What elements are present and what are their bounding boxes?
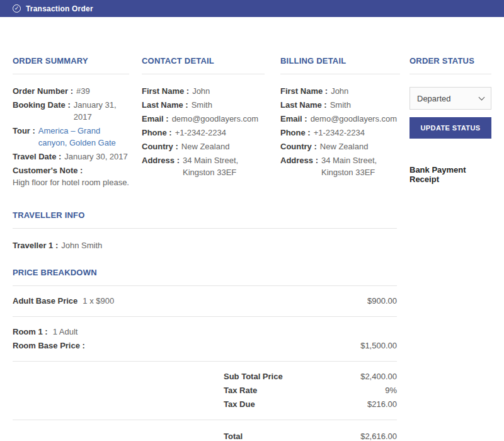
tour-field: Tour : America – Grand canyon, Golden Ga… [13,125,129,149]
adult-base-price-group: Adult Base Price 1 x $900 $900.00 [13,286,397,317]
field-value: New Zealand [181,140,230,152]
contact-phone-field: Phone : +1-2342-2234 [142,127,265,139]
field-label: Traveller 1 : [13,239,58,251]
field-label: Email : [280,113,307,125]
field-value: #39 [76,85,90,97]
order-status-select[interactable]: Departed [410,87,491,110]
field-value: demo@goodlayers.com [311,113,397,125]
field-label: Country : [280,140,317,152]
tax-rate-row: Tax Rate 9% [13,384,397,398]
contact-last-name-field: Last Name : Smith [142,99,265,111]
field-label: Email : [142,113,169,125]
price-label: Adult Base Price [13,294,77,308]
contact-address-field: Address : 34 Main Street, Kingston 33EF [142,154,265,178]
billing-last-name-field: Last Name : Smith [280,99,400,111]
order-summary-heading: ORDER SUMMARY [13,56,129,74]
field-label: Address : [142,154,180,166]
price-breakdown-section: PRICE BREAKDOWN Adult Base Price 1 x $90… [13,268,397,441]
order-status-heading: ORDER STATUS [410,56,491,74]
billing-country-field: Country : New Zealand [280,140,400,152]
tax-due-row: Tax Due $216.00 [13,398,397,411]
price-amount: 9% [385,384,397,398]
price-amount: $900.00 [367,294,397,308]
customer-note-field: Customer's Note : High floor for hotel r… [13,164,129,188]
total-group: Total $2,616.00 [13,420,397,441]
traveller-info-heading: TRAVELLER INFO [13,210,397,229]
adult-base-price-row: Adult Base Price 1 x $900 $900.00 [13,294,397,308]
contact-detail-heading: CONTACT DETAIL [142,56,265,74]
field-label: Phone : [142,127,172,139]
contact-detail-section: CONTACT DETAIL First Name : John Last Na… [142,56,265,190]
field-label: Tour : [13,125,35,137]
contact-first-name-field: First Name : John [142,85,265,97]
field-value: January 31, 2017 [74,99,129,123]
traveller-1-field: Traveller 1 : John Smith [13,239,397,251]
field-label: Customer's Note : [13,166,83,175]
travel-date-field: Travel Date : January 30, 2017 [13,151,129,163]
price-label: Sub Total Price [224,370,283,384]
price-label: Room 1 : [13,325,48,339]
field-value: January 30, 2017 [64,151,127,163]
update-status-button[interactable]: UPDATE STATUS [410,117,491,139]
contact-country-field: Country : New Zealand [142,140,265,152]
field-label: First Name : [280,85,328,97]
traveller-info-section: TRAVELLER INFO Traveller 1 : John Smith [13,210,397,251]
field-value: John [331,85,348,97]
field-value: John Smith [61,239,102,251]
field-label: Last Name : [142,99,188,111]
total-row: Total $2,616.00 [13,430,397,441]
price-breakdown-heading: PRICE BREAKDOWN [13,268,397,286]
field-value: 34 Main Street, Kingston 33EF [183,154,265,178]
bank-payment-receipt-label: Bank Payment Receipt [410,165,491,184]
billing-phone-field: Phone : +1-2342-2234 [280,127,400,139]
field-label: Booking Date : [13,99,71,111]
billing-detail-heading: BILLING DETAIL [280,56,400,74]
price-amount: $1,500.00 [360,339,397,353]
room-row: Room 1 : 1 Adult [13,325,397,339]
field-label: Address : [280,154,318,166]
order-summary-section: ORDER SUMMARY Order Number : #39 Booking… [13,56,129,190]
field-label: Travel Date : [13,151,61,163]
chevron-down-icon [479,94,485,100]
order-status-selected-value: Departed [417,94,450,103]
field-value: Smith [192,99,212,111]
subtotal-group: Sub Total Price $2,400.00 Tax Rate 9% Ta… [13,362,397,420]
price-amount: $2,616.00 [360,430,397,441]
field-label: Phone : [280,127,311,139]
price-label: Tax Rate [224,384,257,398]
price-amount: $2,400.00 [360,370,397,384]
field-value: John [192,85,210,97]
field-value: demo@goodlayers.com [172,113,258,125]
price-detail: 1 Adult [53,325,78,339]
field-label: First Name : [142,85,189,97]
booking-date-field: Booking Date : January 31, 2017 [13,99,129,123]
billing-address-field: Address : 34 Main Street, Kingston 33EF [280,154,400,178]
price-label: Room Base Price : [13,339,85,353]
field-value: +1-2342-2234 [314,127,365,139]
page-content: ORDER SUMMARY Order Number : #39 Booking… [0,17,504,441]
field-value: New Zealand [320,140,369,152]
field-value: Smith [330,99,351,111]
field-value: 34 Main Street, Kingston 33EF [321,154,400,178]
billing-first-name-field: First Name : John [280,85,400,97]
check-circle-icon: ✓ [13,4,21,13]
tour-link[interactable]: America – Grand canyon, Golden Gate [38,125,129,149]
sub-total-row: Sub Total Price $2,400.00 [13,370,397,384]
billing-email-field: Email : demo@goodlayers.com [280,113,400,125]
contact-email-field: Email : demo@goodlayers.com [142,113,265,125]
price-label: Tax Due [224,398,255,411]
room-price-group: Room 1 : 1 Adult Room Base Price : $1,50… [13,317,397,362]
field-label: Country : [142,140,178,152]
field-label: Last Name : [280,99,327,111]
billing-detail-section: BILLING DETAIL First Name : John Last Na… [280,56,400,190]
price-detail: 1 x $900 [83,294,114,308]
page-title: Transaction Order [26,4,93,13]
price-label: Total [224,430,243,441]
field-value: +1-2342-2234 [175,127,226,139]
price-amount: $216.00 [367,398,397,411]
top-bar: ✓ Transaction Order [0,0,504,17]
customer-note-text: High floor for hotel room please. [13,176,129,188]
field-label: Order Number : [13,85,73,97]
order-status-section: ORDER STATUS Departed UPDATE STATUS Bank… [410,56,491,190]
room-base-price-row: Room Base Price : $1,500.00 [13,339,397,353]
